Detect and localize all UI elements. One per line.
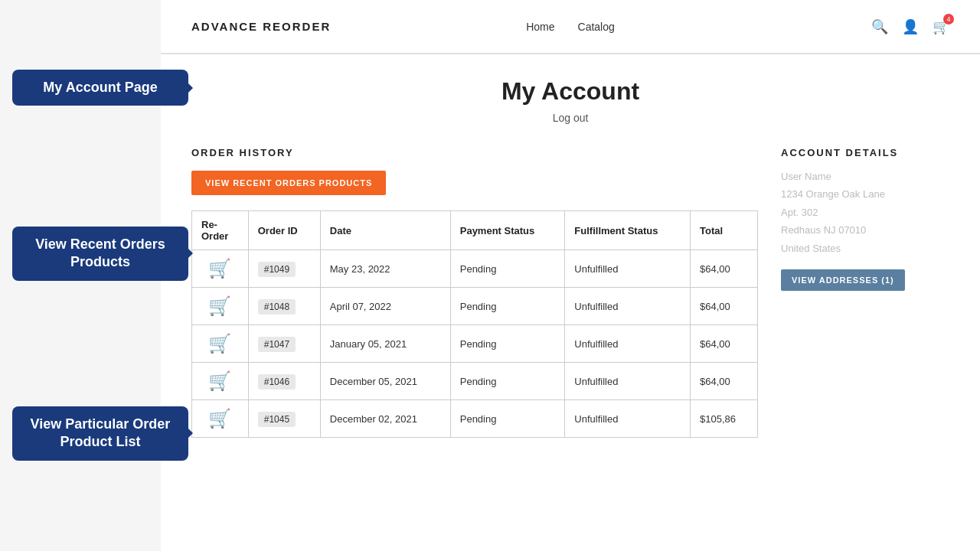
order-total-cell: $105,86	[691, 400, 758, 438]
order-id-cell: #1047	[248, 325, 320, 363]
order-date-cell: December 02, 2021	[320, 400, 450, 438]
page-title: My Account	[191, 77, 949, 106]
order-id-cell: #1046	[248, 363, 320, 400]
account-address3: Redhaus NJ 07010	[781, 221, 949, 239]
order-id-cell: #1048	[248, 288, 320, 325]
col-order-id: Order ID	[248, 211, 320, 250]
order-total-cell: $64,00	[691, 250, 758, 288]
payment-status-cell: Pending	[450, 288, 565, 325]
col-date: Date	[320, 211, 450, 250]
table-row: 🛒#1045December 02, 2021PendingUnfulfille…	[192, 400, 758, 438]
main-content: My Account Log out ORDER HISTORY VIEW RE…	[161, 54, 980, 551]
order-id-cell: #1045	[248, 400, 320, 438]
account-name: User Name	[781, 168, 949, 185]
payment-status-cell: Pending	[450, 250, 565, 288]
payment-status-cell: Pending	[450, 325, 565, 363]
order-id-badge: #1048	[258, 299, 296, 315]
navbar: ADVANCE REORDER Home Catalog 🔍 👤 🛒 4	[161, 0, 980, 54]
cart-badge: 4	[943, 14, 954, 24]
reorder-cell[interactable]: 🛒	[192, 363, 249, 400]
order-date-cell: May 23, 2022	[320, 250, 450, 288]
fulfillment-status-cell: Unfulfilled	[565, 288, 691, 325]
table-row: 🛒#1046December 05, 2021PendingUnfulfille…	[192, 363, 758, 400]
reorder-cell[interactable]: 🛒	[192, 288, 249, 325]
order-date-cell: April 07, 2022	[320, 288, 450, 325]
order-id-badge: #1047	[258, 337, 296, 352]
view-addresses-button[interactable]: VIEW ADDRESSES (1)	[781, 269, 905, 291]
user-icon: 👤	[902, 19, 919, 34]
table-row: 🛒#1049May 23, 2022PendingUnfulfilled$64,…	[192, 250, 758, 288]
col-fulfillment: Fulfillment Status	[565, 211, 691, 250]
brand-name: ADVANCE REORDER	[191, 20, 444, 33]
orders-table-body: 🛒#1049May 23, 2022PendingUnfulfilled$64,…	[192, 250, 758, 438]
col-payment: Payment Status	[450, 211, 565, 250]
nav-catalog[interactable]: Catalog	[578, 21, 615, 33]
cart-button[interactable]: 🛒 4	[933, 18, 949, 35]
search-icon: 🔍	[871, 19, 888, 34]
order-total-cell: $64,00	[691, 325, 758, 363]
order-id-badge: #1049	[258, 262, 296, 277]
order-id-badge: #1046	[258, 374, 296, 390]
order-total-cell: $64,00	[691, 363, 758, 400]
order-id-badge: #1045	[258, 412, 296, 427]
annotation-recent-orders: View Recent Orders Products	[12, 227, 188, 281]
nav-home[interactable]: Home	[526, 21, 554, 33]
order-history-title: ORDER HISTORY	[191, 147, 758, 158]
account-details-title: ACCOUNT DETAILS	[781, 147, 949, 158]
payment-status-cell: Pending	[450, 363, 565, 400]
order-date-cell: December 05, 2021	[320, 363, 450, 400]
login-button[interactable]: 👤	[902, 18, 919, 35]
account-info: User Name 1234 Orange Oak Lane Apt. 302 …	[781, 168, 949, 257]
order-total-cell: $64,00	[691, 288, 758, 325]
nav-links: Home Catalog	[444, 21, 697, 33]
navbar-icons: 🔍 👤 🛒 4	[697, 18, 949, 35]
account-address4: United States	[781, 240, 949, 257]
search-button[interactable]: 🔍	[871, 18, 888, 35]
cart-icon: 🛒	[208, 408, 231, 429]
annotation-particular-order: View Particular Order Product List	[12, 406, 188, 461]
page-wrapper: My Account Page View Recent Orders Produ…	[0, 54, 980, 551]
order-section: ORDER HISTORY VIEW RECENT ORDERS PRODUCT…	[191, 147, 758, 438]
reorder-cell[interactable]: 🛒	[192, 400, 249, 438]
order-id-cell: #1049	[248, 250, 320, 288]
fulfillment-status-cell: Unfulfilled	[565, 325, 691, 363]
reorder-cell[interactable]: 🛒	[192, 325, 249, 363]
logout-link[interactable]: Log out	[191, 112, 949, 124]
fulfillment-status-cell: Unfulfilled	[565, 400, 691, 438]
view-recent-orders-button[interactable]: VIEW RECENT ORDERS PRODUCTS	[191, 171, 386, 195]
reorder-cell[interactable]: 🛒	[192, 250, 249, 288]
cart-icon: 🛒	[208, 370, 231, 391]
order-date-cell: January 05, 2021	[320, 325, 450, 363]
account-address1: 1234 Orange Oak Lane	[781, 185, 949, 203]
orders-table: Re-Order Order ID Date Payment Status Fu…	[191, 210, 758, 438]
cart-icon: 🛒	[208, 295, 231, 316]
col-reorder: Re-Order	[192, 211, 249, 250]
table-row: 🛒#1047January 05, 2021PendingUnfulfilled…	[192, 325, 758, 363]
fulfillment-status-cell: Unfulfilled	[565, 250, 691, 288]
account-details-section: ACCOUNT DETAILS User Name 1234 Orange Oa…	[781, 147, 949, 291]
fulfillment-status-cell: Unfulfilled	[565, 363, 691, 400]
table-row: 🛒#1048April 07, 2022PendingUnfulfilled$6…	[192, 288, 758, 325]
left-annotations: My Account Page View Recent Orders Produ…	[0, 54, 161, 551]
payment-status-cell: Pending	[450, 400, 565, 438]
cart-icon: 🛒	[208, 258, 231, 279]
content-row: ORDER HISTORY VIEW RECENT ORDERS PRODUCT…	[191, 147, 949, 438]
table-header: Re-Order Order ID Date Payment Status Fu…	[192, 211, 758, 250]
cart-icon: 🛒	[208, 333, 231, 354]
col-total: Total	[691, 211, 758, 250]
account-address2: Apt. 302	[781, 204, 949, 221]
annotation-my-account: My Account Page	[12, 70, 188, 106]
